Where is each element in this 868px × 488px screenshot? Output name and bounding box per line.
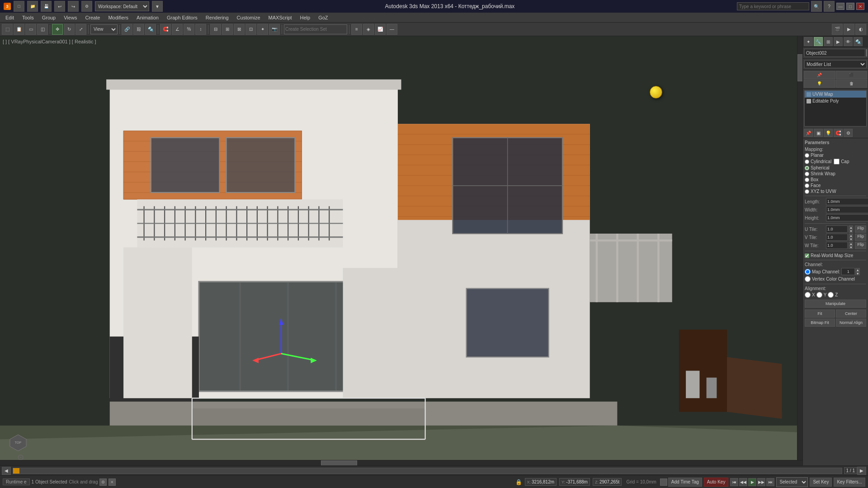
viewport-scrollbar-h[interactable] [0, 460, 802, 465]
console-icon[interactable]: ⚙ [99, 479, 107, 486]
scene-view[interactable]: ⊙ [0, 36, 802, 465]
wtile-input[interactable] [826, 242, 848, 249]
scale-tool[interactable]: ⤢ [75, 24, 86, 35]
add-time-tag-button[interactable]: Add Time Tag [668, 478, 702, 487]
reference-coord-select[interactable]: View [90, 24, 118, 34]
width-input[interactable] [826, 206, 868, 213]
settings-button[interactable]: ⚙ [81, 1, 92, 12]
normal-align-button[interactable]: Normal Align [836, 319, 866, 327]
open-button[interactable]: 📁 [27, 1, 38, 12]
percent-snap[interactable]: % [184, 24, 194, 35]
manipulate-button[interactable]: Manipulate [805, 300, 866, 308]
nav-light[interactable]: 💡 [824, 129, 833, 137]
map-channel-radio[interactable] [805, 269, 811, 275]
vertex-color-radio[interactable] [805, 276, 811, 282]
menu-rendering[interactable]: Rendering [202, 14, 232, 21]
play-prev-frame[interactable]: ◀◀ [739, 478, 747, 486]
mapping-planar-radio[interactable] [805, 153, 809, 158]
real-world-checkbox[interactable] [805, 253, 809, 258]
mod-pin-stack[interactable]: 📌 [804, 71, 835, 79]
mod-show-end[interactable]: ⬛ [836, 71, 868, 79]
lock-icon[interactable]: 🔒 [515, 479, 522, 485]
new-button[interactable]: □ [14, 1, 24, 12]
modifier-uwvmap[interactable]: UVW Map [805, 91, 866, 98]
rotate-tool[interactable]: ↻ [64, 24, 75, 35]
mapping-cylindrical-radio[interactable] [805, 160, 809, 164]
align-x-radio[interactable] [805, 292, 811, 298]
runtime-tab[interactable]: Runtime e [3, 479, 30, 485]
timeline-forward[interactable]: ▶ [857, 467, 866, 475]
align-y-radio[interactable] [816, 292, 822, 298]
cap-checkbox[interactable] [834, 159, 840, 164]
height-input[interactable] [826, 214, 868, 221]
bitmap-fit-button[interactable]: Bitmap Fit [805, 319, 835, 327]
mirror-tool[interactable]: ⊟ [210, 24, 221, 35]
menu-animation[interactable]: Animation [133, 14, 162, 21]
snap-toggle[interactable]: 🧲 [160, 24, 171, 35]
play-next-frame[interactable]: ▶▶ [757, 478, 765, 486]
time-tag-icon[interactable] [660, 479, 667, 486]
timeline-bar[interactable] [13, 468, 842, 474]
mapping-box-radio[interactable] [805, 178, 809, 182]
save-button[interactable]: 💾 [41, 1, 52, 12]
mod-make-unique[interactable]: 💡 [804, 80, 835, 88]
layer-manager[interactable]: ≡ [351, 24, 362, 35]
select-tool[interactable]: ⬚ [2, 24, 13, 35]
maximize-button[interactable]: □ [846, 3, 854, 10]
active-shade[interactable]: ◐ [855, 24, 866, 35]
modifier-editable-poly[interactable]: Editable Poly [805, 98, 866, 104]
play-first-frame[interactable]: ⏮ [730, 478, 738, 486]
menu-modifiers[interactable]: Modifiers [104, 14, 132, 21]
vtile-input[interactable] [826, 234, 848, 241]
play-button[interactable]: ▶ [748, 478, 756, 486]
channel-value-input[interactable] [841, 268, 855, 275]
scrollbar-thumb[interactable] [797, 54, 802, 81]
console-close[interactable]: ✕ [108, 479, 116, 486]
menu-graph-editors[interactable]: Graph Editors [163, 14, 201, 21]
schematic-view[interactable]: ◈ [363, 24, 374, 35]
named-selection-input[interactable] [284, 24, 347, 34]
render-button[interactable]: 🎬 [832, 24, 843, 35]
play-last-frame[interactable]: ⏭ [766, 478, 774, 486]
ribbon-toggle[interactable]: — [387, 24, 397, 35]
viewport-scrollbar-v[interactable] [797, 36, 802, 465]
menu-group[interactable]: Group [38, 14, 60, 21]
quick-align[interactable]: ⊠ [234, 24, 245, 35]
object-color-swatch[interactable] [866, 49, 867, 56]
center-button[interactable]: Center [836, 310, 866, 318]
vtile-up[interactable]: ▲ [849, 234, 853, 237]
motion-tab-icon[interactable]: ▶ [834, 37, 843, 46]
utile-flip[interactable]: Flip [855, 225, 866, 233]
nav-config[interactable]: ⚙ [844, 129, 853, 137]
mapping-xyz-radio[interactable] [805, 189, 809, 194]
angle-snap[interactable]: ∠ [172, 24, 183, 35]
menu-tools[interactable]: Tools [19, 14, 38, 21]
utilities-tab-icon[interactable]: 🔩 [854, 37, 863, 46]
scrollbar-thumb-h[interactable] [321, 460, 357, 465]
viewport[interactable]: [ ] [ VRayPhysicalCamera001 ] [ Realisti… [0, 36, 802, 465]
bind-to-space[interactable]: 🔩 [145, 24, 156, 35]
align-z-radio[interactable] [828, 292, 834, 298]
minimize-button[interactable]: — [836, 3, 844, 10]
selected-dropdown[interactable]: Selected [776, 477, 808, 487]
menu-goz[interactable]: GoZ [315, 14, 331, 21]
wtile-flip[interactable]: Flip [855, 242, 866, 249]
nav-magnet[interactable]: 🧲 [834, 129, 843, 137]
mapping-face-radio[interactable] [805, 183, 809, 188]
create-tab-icon[interactable]: ✦ [804, 37, 813, 46]
object-name-input[interactable] [804, 49, 865, 57]
length-input[interactable] [826, 198, 868, 205]
align-camera[interactable]: 📷 [269, 24, 280, 35]
display-tab-icon[interactable]: 👁 [844, 37, 853, 46]
menu-customize[interactable]: Customize [233, 14, 264, 21]
modifier-list-select[interactable]: Modifier List [804, 60, 867, 68]
workspace-select[interactable]: Workspace: Default [95, 1, 149, 11]
search-input[interactable] [737, 2, 809, 10]
menu-help[interactable]: Help [297, 14, 314, 21]
redo-button[interactable]: ↪ [68, 1, 79, 12]
vtile-down[interactable]: ▼ [849, 237, 853, 241]
place-highlight[interactable]: ✦ [257, 24, 268, 35]
mapping-spherical-radio[interactable] [805, 166, 809, 170]
menu-views[interactable]: Views [60, 14, 80, 21]
channel-down[interactable]: ▼ [855, 272, 860, 275]
